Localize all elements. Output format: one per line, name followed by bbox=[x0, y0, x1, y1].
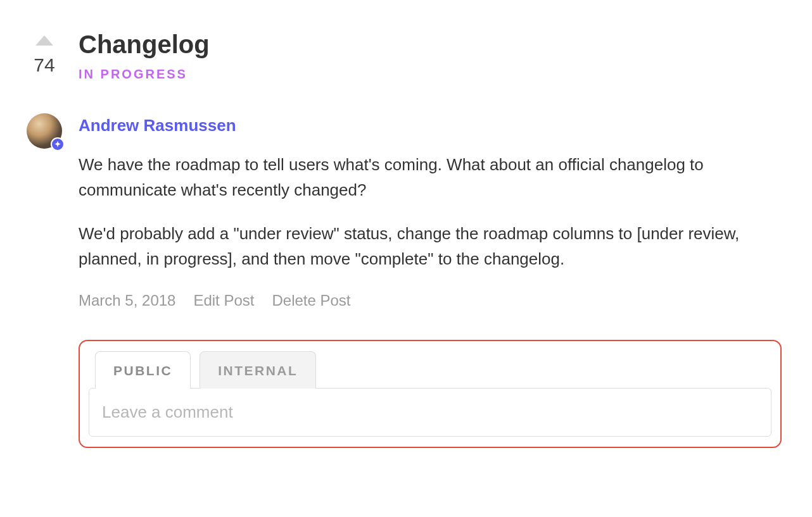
admin-badge-icon: ✦ bbox=[51, 137, 65, 151]
comment-body: Andrew Rasmussen We have the roadmap to … bbox=[79, 113, 782, 309]
vote-column: 74 bbox=[25, 27, 63, 76]
edit-post-link[interactable]: Edit Post bbox=[193, 292, 254, 309]
vote-count: 74 bbox=[34, 54, 54, 76]
reply-tabs: PUBLIC INTERNAL bbox=[89, 351, 771, 389]
comment-date: March 5, 2018 bbox=[79, 292, 175, 309]
comment-meta: March 5, 2018 Edit Post Delete Post bbox=[79, 292, 782, 309]
comment-paragraph: We have the roadmap to tell users what's… bbox=[79, 152, 782, 203]
comment-author[interactable]: Andrew Rasmussen bbox=[79, 116, 782, 135]
tab-internal[interactable]: INTERNAL bbox=[200, 351, 316, 389]
svg-marker-0 bbox=[35, 35, 53, 46]
comment-input[interactable] bbox=[102, 402, 758, 422]
reply-field bbox=[89, 388, 771, 437]
post-title: Changelog bbox=[79, 30, 782, 58]
delete-post-link[interactable]: Delete Post bbox=[272, 292, 350, 309]
reply-box: PUBLIC INTERNAL bbox=[79, 340, 782, 448]
upvote-icon[interactable] bbox=[35, 35, 53, 46]
avatar[interactable]: ✦ bbox=[27, 113, 62, 149]
comment-paragraph: We'd probably add a "under review" statu… bbox=[79, 221, 782, 272]
avatar-column: ✦ bbox=[25, 113, 63, 149]
status-badge: IN PROGRESS bbox=[79, 67, 782, 82]
post-content: Changelog IN PROGRESS bbox=[79, 27, 782, 82]
tab-public[interactable]: PUBLIC bbox=[95, 351, 191, 389]
comment: ✦ Andrew Rasmussen We have the roadmap t… bbox=[25, 113, 782, 309]
post: 74 Changelog IN PROGRESS bbox=[25, 27, 782, 82]
